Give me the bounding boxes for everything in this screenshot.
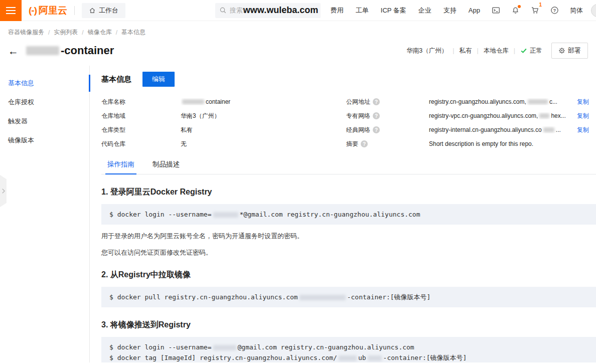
basic-info-header: 基本信息 编辑 [101, 72, 596, 87]
repo-scope: 本地仓库 [484, 47, 509, 55]
deploy-button[interactable]: 部署 [551, 43, 588, 59]
code-block-login: $ docker login --username=*@gmail.com re… [101, 204, 596, 225]
sidebar-collapse-handle[interactable] [0, 175, 7, 207]
field-classic-endpoint: 经典网络? registry-internal.cn-guangzhou.ali… [346, 123, 589, 137]
field-repo-region: 仓库地域 华南3（广州） [101, 109, 346, 123]
aliyun-logo-text: 阿里云 [39, 4, 67, 17]
menu-item-billing[interactable]: 费用 [331, 6, 344, 15]
field-vpc-endpoint: 专有网络? registry-vpc.cn-guangzhou.aliyuncs… [346, 109, 589, 123]
search-icon [219, 7, 227, 14]
breadcrumb-item-instances[interactable]: 实例列表 [54, 28, 78, 37]
tab-operation-guide[interactable]: 操作指南 [107, 160, 134, 174]
sidebar: 基本信息 仓库授权 触发器 镜像版本 [0, 66, 90, 362]
sidebar-item-repo-auth[interactable]: 仓库授权 [0, 93, 89, 112]
top-menu: 费用 工单 ICP 备案 企业 支持 App [331, 6, 480, 15]
section-title: 基本信息 [101, 75, 131, 84]
breadcrumb-item-service[interactable]: 容器镜像服务 [8, 28, 44, 37]
guide-step2-heading: 2. 从Registry中拉取镜像 [101, 270, 596, 280]
code-block-push: $ docker login --username=@gmail.com reg… [101, 337, 596, 362]
guide-step3-heading: 3. 将镜像推送到Registry [101, 320, 596, 330]
sidebar-item-image-versions[interactable]: 镜像版本 [0, 131, 89, 150]
field-summary: 摘要? Short description is empty for this … [346, 137, 589, 151]
guide-step1-heading: 1. 登录阿里云Docker Registry [101, 187, 596, 198]
breadcrumb: 容器镜像服务 / 实例列表 / 镜像仓库 / 基本信息 [0, 21, 596, 37]
svg-text:?: ? [553, 8, 556, 13]
cloudshell-icon[interactable] [491, 6, 500, 15]
content-area: 基本信息 仓库授权 触发器 镜像版本 基本信息 编辑 仓库名称 containe… [0, 66, 596, 362]
repo-fields: 仓库名称 container 仓库地域 华南3（广州） 仓库类型 私有 代码仓库… [101, 95, 596, 151]
field-public-endpoint: 公网地址? registry.cn-guangzhou.aliyuncs.com… [346, 95, 589, 109]
aliyun-logo-icon: (-) [29, 5, 37, 16]
menu-item-tickets[interactable]: 工单 [356, 6, 369, 15]
menu-item-app[interactable]: App [469, 7, 480, 14]
repo-region: 华南3（广州） [406, 47, 448, 55]
field-code-repo: 代码仓库 无 [101, 137, 346, 151]
menu-item-icp[interactable]: ICP 备案 [381, 6, 406, 15]
copy-public-endpoint-link[interactable]: 复制 [577, 98, 589, 106]
global-search[interactable]: www.wuleba.com [215, 3, 321, 18]
page-header: ← -container 华南3（广州） | 私有 | 本地仓库 | 正常 [0, 37, 596, 59]
check-icon [520, 47, 527, 54]
field-repo-type: 仓库类型 私有 [101, 123, 346, 137]
back-arrow-icon[interactable]: ← [8, 46, 19, 56]
help-question-icon[interactable]: ? [373, 112, 380, 119]
divider [74, 6, 75, 15]
repo-meta: 华南3（广州） | 私有 | 本地仓库 | 正常 [406, 43, 588, 59]
tab-artifact-description[interactable]: 制品描述 [153, 160, 180, 174]
notification-dot [518, 5, 521, 8]
breadcrumb-item-current: 基本信息 [121, 28, 145, 37]
watermark-text: www.wuleba.com [243, 5, 318, 16]
sidebar-item-basic-info[interactable]: 基本信息 [0, 74, 89, 93]
copy-classic-endpoint-link[interactable]: 复制 [577, 126, 589, 134]
edit-button[interactable]: 编辑 [142, 72, 175, 87]
page-title: -container [25, 44, 114, 57]
help-question-icon[interactable]: ? [361, 140, 368, 147]
top-icons: 1 ? [491, 6, 559, 15]
notifications-bell-icon[interactable] [511, 6, 520, 15]
home-icon [89, 7, 96, 14]
avatar[interactable] [591, 4, 596, 17]
cart-badge: 1 [539, 2, 542, 8]
status-text: 正常 [530, 47, 542, 55]
top-navbar: (-) 阿里云 工作台 www.wuleba.com 费用 工单 ICP 备案 … [0, 0, 596, 21]
menu-item-enterprise[interactable]: 企业 [418, 6, 431, 15]
code-block-pull: $ docker pull registry.cn-guangzhou.aliy… [101, 287, 596, 307]
main-panel: 基本信息 编辑 仓库名称 container 仓库地域 华南3（广州） 仓库类型… [90, 66, 596, 362]
help-question-icon[interactable]: ? [373, 98, 380, 105]
fields-right-column: 公网地址? registry.cn-guangzhou.aliyuncs.com… [346, 95, 596, 151]
menu-item-support[interactable]: 支持 [443, 6, 457, 15]
cart-icon[interactable]: 1 [530, 6, 539, 15]
field-repo-name: 仓库名称 container [101, 95, 346, 109]
help-icon[interactable]: ? [550, 6, 559, 15]
status-badge: 正常 [520, 47, 542, 55]
guide-paragraph: 您可以在访问凭证页面修改凭证密码。 [101, 248, 596, 258]
helm-icon [558, 47, 565, 54]
language-switch[interactable]: 简体 [570, 6, 583, 15]
guide-paragraph: 用于登录的用户名为阿里云账号全名，密码为开通服务时设置的密码。 [101, 231, 596, 241]
help-question-icon[interactable]: ? [373, 126, 380, 133]
repo-visibility: 私有 [460, 47, 472, 55]
copy-vpc-endpoint-link[interactable]: 复制 [577, 112, 589, 120]
breadcrumb-item-repos[interactable]: 镜像仓库 [88, 28, 112, 37]
fields-left-column: 仓库名称 container 仓库地域 华南3（广州） 仓库类型 私有 代码仓库… [101, 95, 346, 151]
workbench-button[interactable]: 工作台 [82, 3, 125, 18]
sidebar-item-triggers[interactable]: 触发器 [0, 112, 89, 131]
hamburger-menu-icon[interactable] [0, 0, 22, 21]
tab-bar: 操作指南 制品描述 [101, 160, 596, 174]
operation-guide: 1. 登录阿里云Docker Registry $ docker login -… [101, 187, 596, 362]
aliyun-logo[interactable]: (-) 阿里云 [29, 4, 67, 17]
